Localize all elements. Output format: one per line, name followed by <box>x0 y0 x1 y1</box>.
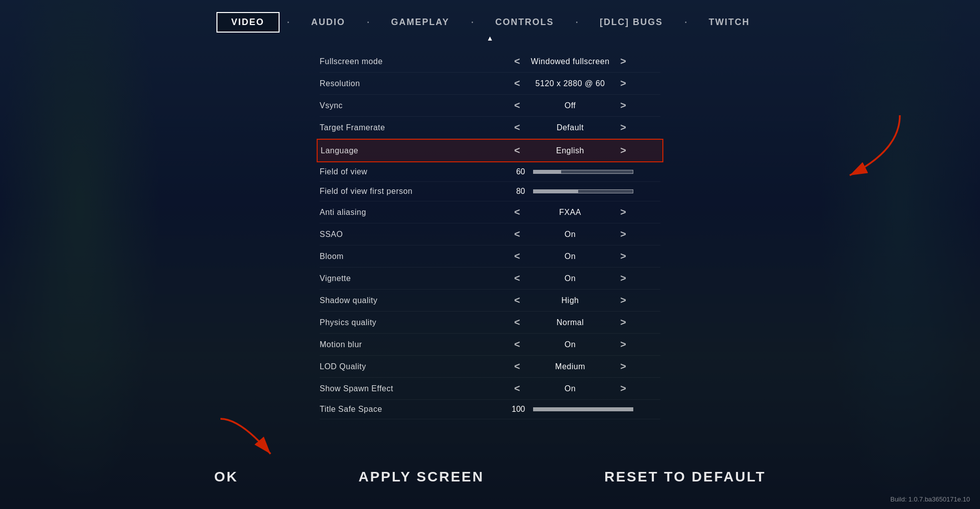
setting-control-physics-quality: <Normal> <box>480 317 660 328</box>
arrow-left-motion-blur[interactable]: < <box>512 339 522 350</box>
setting-label-motion-blur: Motion blur <box>320 340 480 349</box>
arrow-right-show-spawn-effect[interactable]: > <box>618 383 628 394</box>
setting-value-vignette: On <box>530 274 610 283</box>
arrow-left-bloom[interactable]: < <box>512 250 522 262</box>
arrow-right-vsync[interactable]: > <box>618 100 628 111</box>
setting-control-shadow-quality: <High> <box>480 295 660 306</box>
slider-fill-field-of-view-fp <box>534 190 578 193</box>
setting-row-shadow-quality: Shadow quality<High> <box>320 290 660 312</box>
slider-track-field-of-view[interactable] <box>533 170 633 174</box>
arrow-left-lod-quality[interactable]: < <box>512 361 522 372</box>
nav-tab-twitch[interactable]: TWITCH <box>694 13 764 32</box>
arrow-left-language[interactable]: < <box>512 145 522 156</box>
setting-label-resolution: Resolution <box>320 79 480 88</box>
nav-tab-video[interactable]: VIDEO <box>216 12 280 33</box>
arrow-left-fullscreen-mode[interactable]: < <box>512 56 522 67</box>
setting-control-ssao: <On> <box>480 228 660 240</box>
arrow-left-target-framerate[interactable]: < <box>512 122 522 133</box>
setting-label-title-safe-space: Title Safe Space <box>320 405 480 414</box>
nav-bar: VIDEO•AUDIO•GAMEPLAY•CONTROLS•[DLC] BUGS… <box>216 0 764 33</box>
setting-label-target-framerate: Target Framerate <box>320 123 480 132</box>
slider-number-title-safe-space: 100 <box>507 405 525 414</box>
setting-row-motion-blur: Motion blur<On> <box>320 334 660 356</box>
slider-track-field-of-view-fp[interactable] <box>533 189 633 193</box>
setting-label-vignette: Vignette <box>320 274 480 283</box>
arrow-left-vignette[interactable]: < <box>512 273 522 284</box>
setting-label-vsync: Vsync <box>320 101 480 110</box>
apply-screen-button[interactable]: APPLY SCREEN <box>358 469 484 485</box>
arrow-left-ssao[interactable]: < <box>512 228 522 240</box>
slider-track-title-safe-space[interactable] <box>533 407 633 411</box>
setting-value-lod-quality: Medium <box>530 362 610 371</box>
setting-label-physics-quality: Physics quality <box>320 318 480 327</box>
arrow-right-target-framerate[interactable]: > <box>618 122 628 133</box>
setting-row-fullscreen-mode: Fullscreen mode<Windowed fullscreen> <box>320 51 660 73</box>
nav-dot: • <box>367 20 369 25</box>
setting-control-show-spawn-effect: <On> <box>480 383 660 394</box>
setting-label-field-of-view-fp: Field of view first person <box>320 187 480 196</box>
arrow-right-lod-quality[interactable]: > <box>618 361 628 372</box>
setting-row-anti-aliasing: Anti aliasing<FXAA> <box>320 201 660 223</box>
arrow-right-physics-quality[interactable]: > <box>618 317 628 328</box>
setting-label-language: Language <box>321 146 481 155</box>
slider-fill-field-of-view <box>534 170 561 173</box>
setting-control-vsync: <Off> <box>480 100 660 111</box>
setting-control-resolution: <5120 x 2880 @ 60> <box>480 78 660 89</box>
setting-value-shadow-quality: High <box>530 296 610 305</box>
setting-row-show-spawn-effect: Show Spawn Effect<On> <box>320 378 660 400</box>
setting-control-field-of-view: 60 <box>480 167 660 176</box>
setting-control-language: <English> <box>481 145 659 156</box>
arrow-left-vsync[interactable]: < <box>512 100 522 111</box>
slider-fill-title-safe-space <box>534 408 633 411</box>
setting-row-target-framerate: Target Framerate<Default> <box>320 117 660 139</box>
arrow-left-physics-quality[interactable]: < <box>512 317 522 328</box>
arrow-right-language[interactable]: > <box>618 145 628 156</box>
arrow-left-show-spawn-effect[interactable]: < <box>512 383 522 394</box>
setting-value-show-spawn-effect: On <box>530 384 610 393</box>
setting-row-title-safe-space: Title Safe Space100 <box>320 400 660 419</box>
nav-dot: • <box>576 20 578 25</box>
red-arrow-top <box>830 110 910 190</box>
setting-label-show-spawn-effect: Show Spawn Effect <box>320 384 480 393</box>
setting-value-vsync: Off <box>530 101 610 110</box>
settings-panel: Fullscreen mode<Windowed fullscreen>Reso… <box>320 51 660 419</box>
setting-label-field-of-view: Field of view <box>320 167 480 176</box>
setting-label-fullscreen-mode: Fullscreen mode <box>320 57 480 66</box>
setting-label-lod-quality: LOD Quality <box>320 362 480 371</box>
arrow-right-vignette[interactable]: > <box>618 273 628 284</box>
setting-row-resolution: Resolution<5120 x 2880 @ 60> <box>320 73 660 95</box>
setting-control-target-framerate: <Default> <box>480 122 660 133</box>
setting-control-motion-blur: <On> <box>480 339 660 350</box>
setting-label-shadow-quality: Shadow quality <box>320 296 480 305</box>
nav-tab-controls[interactable]: CONTROLS <box>481 13 568 32</box>
red-arrow-bottom <box>190 414 301 464</box>
bottom-buttons: OK APPLY SCREEN RESET TO DEFAULT <box>0 469 980 485</box>
arrow-right-motion-blur[interactable]: > <box>618 339 628 350</box>
nav-dot: • <box>471 20 473 25</box>
arrow-right-anti-aliasing[interactable]: > <box>618 206 628 218</box>
setting-row-language: Language<English> <box>317 139 663 162</box>
setting-control-vignette: <On> <box>480 273 660 284</box>
nav-tab-gameplay[interactable]: GAMEPLAY <box>377 13 463 32</box>
arrow-right-resolution[interactable]: > <box>618 78 628 89</box>
arrow-right-bloom[interactable]: > <box>618 250 628 262</box>
arrow-left-anti-aliasing[interactable]: < <box>512 206 522 218</box>
ok-button[interactable]: OK <box>214 469 238 485</box>
arrow-left-shadow-quality[interactable]: < <box>512 295 522 306</box>
slider-number-field-of-view: 60 <box>507 167 525 176</box>
nav-tab-audio[interactable]: AUDIO <box>297 13 359 32</box>
setting-control-field-of-view-fp: 80 <box>480 187 660 196</box>
nav-dot: • <box>685 20 687 25</box>
arrow-left-resolution[interactable]: < <box>512 78 522 89</box>
arrow-right-shadow-quality[interactable]: > <box>618 295 628 306</box>
setting-row-field-of-view: Field of view60 <box>320 162 660 182</box>
setting-value-anti-aliasing: FXAA <box>530 208 610 217</box>
setting-control-bloom: <On> <box>480 250 660 262</box>
arrow-right-fullscreen-mode[interactable]: > <box>618 56 628 67</box>
setting-value-target-framerate: Default <box>530 123 610 132</box>
setting-label-ssao: SSAO <box>320 230 480 239</box>
reset-to-default-button[interactable]: RESET TO DEFAULT <box>604 469 766 485</box>
build-info: Build: 1.0.7.ba3650171e.10 <box>890 495 970 503</box>
nav-tab-dlc-bugs[interactable]: [DLC] BUGS <box>586 13 677 32</box>
arrow-right-ssao[interactable]: > <box>618 228 628 240</box>
